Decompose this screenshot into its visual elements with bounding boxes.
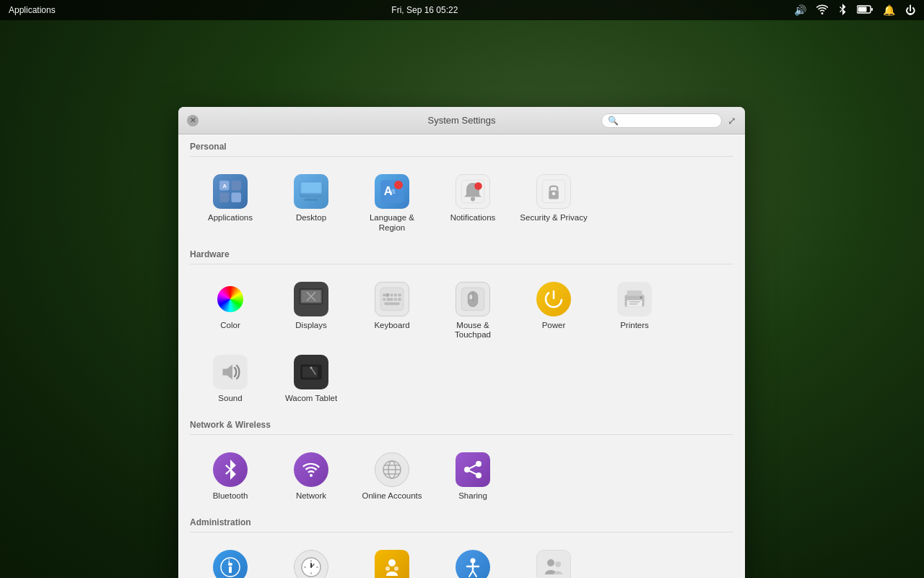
svg-rect-50: [629, 301, 640, 303]
item-online-accounts[interactable]: Online Accounts: [352, 444, 432, 507]
item-bluetooth[interactable]: Bluetooth: [190, 444, 271, 507]
svg-rect-54: [302, 367, 318, 378]
item-printers[interactable]: Printers: [594, 273, 675, 347]
power-label: Power: [542, 321, 566, 331]
svg-point-18: [471, 197, 475, 202]
svg-line-84: [469, 571, 473, 577]
language-label: Language & Region: [357, 213, 427, 233]
topbar-apps-label[interactable]: Applications: [9, 5, 56, 15]
search-box: 🔍: [601, 113, 722, 128]
wifi-icon[interactable]: [816, 4, 828, 17]
displays-label: Displays: [295, 321, 326, 331]
hardware-grid: Color Displays: [190, 270, 733, 413]
close-button[interactable]: ✕: [187, 115, 199, 126]
personal-grid: A Applications Desktop: [190, 163, 733, 242]
item-mouse[interactable]: Mouse & Touchpad: [432, 273, 513, 347]
online-accounts-label: Online Accounts: [362, 491, 422, 501]
settings-window: ✕ System Settings 🔍 ⤢ Personal A: [178, 107, 745, 578]
section-administration: Administration: [190, 510, 733, 532]
svg-line-85: [473, 571, 476, 577]
item-sound[interactable]: Sound: [190, 346, 271, 410]
network-label: Network: [296, 491, 326, 501]
svg-point-78: [388, 559, 396, 566]
desktop-label: Desktop: [296, 213, 326, 223]
svg-rect-51: [629, 303, 638, 305]
svg-point-80: [394, 566, 398, 571]
item-universal[interactable]: Universal Access: [432, 541, 513, 578]
item-parental[interactable]: Parental Control: [352, 541, 432, 578]
item-keyboard[interactable]: @ Keyboard: [352, 273, 432, 347]
search-icon: 🔍: [608, 116, 619, 126]
svg-point-19: [474, 182, 482, 190]
svg-rect-4: [232, 181, 242, 191]
search-input[interactable]: [622, 116, 715, 126]
item-datetime[interactable]: Date & Time: [271, 541, 352, 578]
svg-rect-38: [398, 298, 401, 301]
section-network: Network & Wireless: [190, 413, 733, 435]
power-icon[interactable]: ⏻: [905, 4, 915, 16]
item-sharing[interactable]: Sharing: [432, 444, 513, 507]
color-label: Color: [220, 321, 240, 331]
item-wacom[interactable]: Wacom Tablet: [271, 346, 352, 410]
svg-rect-5: [219, 193, 230, 203]
svg-point-81: [471, 558, 476, 563]
security-label: Security & Privacy: [520, 213, 587, 223]
svg-rect-1: [858, 7, 867, 12]
svg-rect-36: [387, 298, 393, 301]
item-color[interactable]: Color: [190, 273, 271, 347]
svg-rect-10: [308, 197, 315, 199]
svg-line-65: [467, 464, 479, 470]
svg-line-66: [467, 470, 479, 475]
item-notifications[interactable]: Notifications: [432, 165, 513, 239]
svg-text:A: A: [223, 183, 227, 189]
item-applications[interactable]: A Applications: [190, 165, 271, 239]
item-power[interactable]: Power: [513, 273, 594, 347]
svg-rect-35: [383, 298, 385, 301]
svg-rect-2: [871, 8, 873, 11]
wacom-label: Wacom Tablet: [285, 394, 337, 404]
bluetooth-label: Bluetooth: [213, 491, 248, 501]
svg-rect-32: [391, 293, 393, 296]
item-displays[interactable]: Displays: [271, 273, 352, 347]
svg-rect-69: [229, 566, 232, 573]
svg-rect-44: [470, 295, 473, 299]
svg-rect-12: [302, 183, 321, 193]
printers-label: Printers: [620, 321, 649, 331]
item-network[interactable]: Network: [271, 444, 352, 507]
applications-label: Applications: [208, 213, 253, 223]
svg-text:@: @: [385, 293, 389, 297]
svg-rect-11: [305, 199, 318, 201]
svg-rect-37: [394, 298, 397, 301]
battery-icon[interactable]: [857, 4, 873, 16]
section-hardware: Hardware: [190, 242, 733, 264]
network-grid: Bluetooth Network: [190, 441, 733, 510]
notifications-icon[interactable]: 🔔: [883, 4, 895, 16]
svg-rect-28: [307, 306, 315, 308]
svg-point-87: [555, 561, 561, 567]
expand-button[interactable]: ⤢: [728, 115, 736, 126]
svg-rect-34: [398, 293, 401, 296]
item-security[interactable]: Security & Privacy: [513, 165, 594, 239]
window-title: System Settings: [428, 115, 496, 126]
svg-rect-33: [394, 293, 397, 296]
item-desktop[interactable]: Desktop: [271, 165, 352, 239]
svg-rect-39: [385, 302, 400, 305]
bluetooth-icon[interactable]: [838, 4, 847, 17]
svg-point-86: [547, 559, 554, 566]
svg-point-56: [310, 367, 313, 369]
volume-icon[interactable]: 🔊: [794, 4, 806, 16]
topbar: Applications Fri, Sep 16 05:22 🔊 🔔 ⏻: [0, 0, 924, 20]
admin-grid: i About: [190, 538, 733, 578]
svg-rect-6: [232, 193, 242, 203]
item-about[interactable]: i About: [190, 541, 271, 578]
svg-point-79: [385, 566, 390, 571]
notifications-label: Notifications: [450, 213, 496, 223]
svg-text:a: a: [391, 186, 396, 195]
settings-content: Personal A Applications: [178, 134, 745, 578]
svg-rect-49: [627, 290, 642, 296]
item-users[interactable]: User Accounts: [513, 541, 594, 578]
sharing-label: Sharing: [458, 491, 487, 501]
svg-rect-70: [228, 563, 232, 566]
item-language[interactable]: A a Language & Region: [352, 165, 432, 239]
topbar-datetime: Fri, Sep 16 05:22: [391, 5, 458, 15]
